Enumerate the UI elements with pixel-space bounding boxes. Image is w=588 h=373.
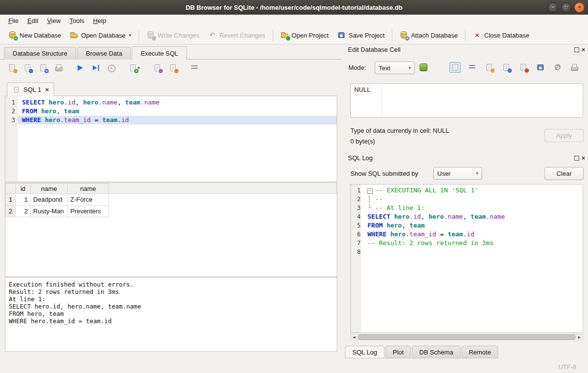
header-filler bbox=[109, 184, 337, 194]
horizontal-scrollbar[interactable]: ◀ ▶ bbox=[350, 334, 583, 340]
table-cell[interactable]: Z-Force bbox=[68, 194, 109, 206]
tab-sql-log[interactable]: SQL Log bbox=[345, 346, 385, 358]
close-database-button[interactable]: ×Close Database bbox=[468, 29, 534, 41]
find-replace-icon bbox=[169, 64, 177, 72]
execute-current-line-button[interactable] bbox=[92, 64, 100, 72]
column-header[interactable]: id bbox=[16, 184, 31, 194]
results-header-row: idnamename bbox=[6, 184, 337, 194]
save-data-button[interactable] bbox=[535, 62, 546, 73]
tab-db-schema[interactable]: DB Schema bbox=[412, 346, 460, 358]
float-panel-icon[interactable] bbox=[574, 47, 579, 52]
new-query-tab-button[interactable]: +▾ bbox=[129, 64, 140, 72]
table-cell[interactable]: Rusty-Man bbox=[31, 206, 68, 217]
line-number: 1 bbox=[5, 98, 18, 107]
menu-edit[interactable]: Edit bbox=[23, 16, 42, 26]
line-content: FROM hero, team bbox=[18, 107, 337, 116]
menu-view[interactable]: View bbox=[42, 16, 65, 26]
title-bar[interactable]: DB Browser for SQLite - /home/user/code/… bbox=[0, 0, 588, 15]
sql-editor[interactable]: 1SELECT hero.id, hero.name, team.name2FR… bbox=[5, 96, 337, 182]
open-data-file-button[interactable] bbox=[484, 62, 495, 73]
text-mode-button[interactable] bbox=[449, 62, 461, 73]
menu-tools[interactable]: Tools bbox=[65, 16, 88, 26]
line-number: 7 bbox=[351, 239, 364, 248]
word-wrap-button[interactable] bbox=[190, 64, 199, 72]
close-panel-icon[interactable]: × bbox=[582, 47, 585, 53]
token: , bbox=[463, 213, 471, 220]
token: .name bbox=[486, 213, 505, 220]
column-header[interactable]: name bbox=[68, 184, 109, 194]
menu-help[interactable]: Help bbox=[89, 16, 111, 26]
tab-execute-sql[interactable]: Execute SQL bbox=[132, 46, 187, 60]
close-tab-icon[interactable]: × bbox=[45, 86, 49, 93]
row-header[interactable]: 1 bbox=[6, 194, 16, 206]
menu-file[interactable]: File bbox=[4, 16, 23, 26]
save-sql-file-button[interactable] bbox=[23, 64, 32, 72]
token: -- At line 1: bbox=[375, 204, 425, 211]
output-line: WHERE hero.team_id = team.id bbox=[9, 317, 333, 325]
table-cell[interactable]: Deadpond bbox=[31, 194, 68, 206]
export-results-button[interactable] bbox=[153, 64, 162, 72]
tab-plot[interactable]: Plot bbox=[385, 346, 411, 358]
import-text-button[interactable] bbox=[420, 63, 427, 73]
token: WHERE bbox=[367, 230, 386, 238]
log-filter-select[interactable]: User ▾ bbox=[433, 167, 482, 180]
results-table[interactable]: idnamename 11DeadpondZ-Force22Rusty-ManP… bbox=[5, 183, 337, 277]
attach-database-button[interactable]: +Attach Database bbox=[395, 29, 462, 41]
save-sql-as-button[interactable]: + bbox=[39, 64, 47, 72]
main-tab-bar: Database StructureBrowse DataExecute SQL bbox=[4, 46, 188, 60]
toolbar-separator bbox=[139, 29, 139, 41]
cell-editor[interactable]: NULL bbox=[350, 83, 583, 118]
table-cell[interactable]: 1 bbox=[16, 194, 31, 206]
token: FROM bbox=[22, 107, 37, 115]
sql-query-tab[interactable]: SQL 1 × bbox=[7, 83, 54, 96]
open-database-button[interactable]: Open Database▾ bbox=[65, 29, 136, 41]
table-cell[interactable]: Preventers bbox=[68, 206, 109, 217]
set-null-button[interactable]: ∅ bbox=[552, 62, 563, 73]
maximize-button[interactable]: □ bbox=[561, 2, 571, 13]
scroll-left-icon[interactable]: ◀ bbox=[351, 335, 357, 339]
line-content: └ -- At line 1: bbox=[364, 204, 583, 212]
close-button[interactable]: × bbox=[574, 2, 585, 13]
find-replace-button[interactable] bbox=[169, 64, 177, 72]
clear-button[interactable]: Clear bbox=[545, 167, 584, 180]
row-filler bbox=[109, 206, 337, 217]
print-button[interactable] bbox=[55, 64, 63, 72]
new-database-button[interactable]: +New Database bbox=[4, 29, 65, 41]
close-panel-icon[interactable]: × bbox=[582, 155, 585, 161]
table-row: 11DeadpondZ-Force bbox=[6, 194, 337, 206]
execution-output[interactable]: Execution finished without errors.Result… bbox=[5, 277, 337, 352]
edit-cell-title: Edit Database Cell bbox=[348, 46, 401, 53]
token: , bbox=[118, 99, 125, 106]
import-data-button[interactable] bbox=[501, 62, 512, 73]
export-data-button[interactable] bbox=[518, 62, 529, 73]
scroll-right-icon[interactable]: ▶ bbox=[576, 335, 583, 339]
column-header[interactable]: name bbox=[31, 184, 68, 194]
execute-sql-toolbar: ++▾ bbox=[8, 64, 199, 72]
table-cell[interactable]: 2 bbox=[16, 206, 31, 217]
dropdown-arrow-icon[interactable]: ▾ bbox=[129, 33, 131, 38]
tab-browse-data[interactable]: Browse Data bbox=[77, 47, 131, 60]
mode-select[interactable]: Text ▾ bbox=[375, 62, 415, 74]
execute-all-button[interactable] bbox=[76, 64, 84, 72]
export-results-icon bbox=[153, 64, 162, 72]
cell-type-info: Type of data currently in cell: NULL bbox=[350, 127, 449, 134]
execute-all-icon bbox=[76, 64, 84, 72]
token: hero bbox=[390, 230, 406, 238]
open-sql-file-button[interactable] bbox=[8, 64, 16, 72]
token: .id bbox=[64, 99, 75, 106]
word-wrap-button[interactable] bbox=[466, 62, 478, 73]
print-cell-button[interactable] bbox=[569, 62, 580, 73]
token: .name bbox=[99, 99, 118, 106]
row-header[interactable]: 2 bbox=[6, 206, 16, 217]
scrollbar-thumb[interactable] bbox=[358, 334, 576, 340]
save-project-button[interactable]: Save Project bbox=[333, 29, 389, 41]
open-project-button[interactable]: Open Project bbox=[276, 29, 333, 41]
minimize-button[interactable]: – bbox=[548, 2, 558, 13]
toolbar-button-label: Revert Changes bbox=[220, 32, 265, 39]
sql-log-view[interactable]: 1−-- EXECUTING ALL IN 'SQL 1'2│ --3└ -- … bbox=[350, 184, 583, 333]
open-data-file-icon bbox=[485, 63, 493, 71]
tab-database-structure[interactable]: Database Structure bbox=[4, 47, 76, 60]
tab-remote[interactable]: Remote bbox=[462, 346, 499, 358]
float-panel-icon[interactable] bbox=[574, 156, 579, 161]
new-database-icon: + bbox=[8, 31, 17, 39]
